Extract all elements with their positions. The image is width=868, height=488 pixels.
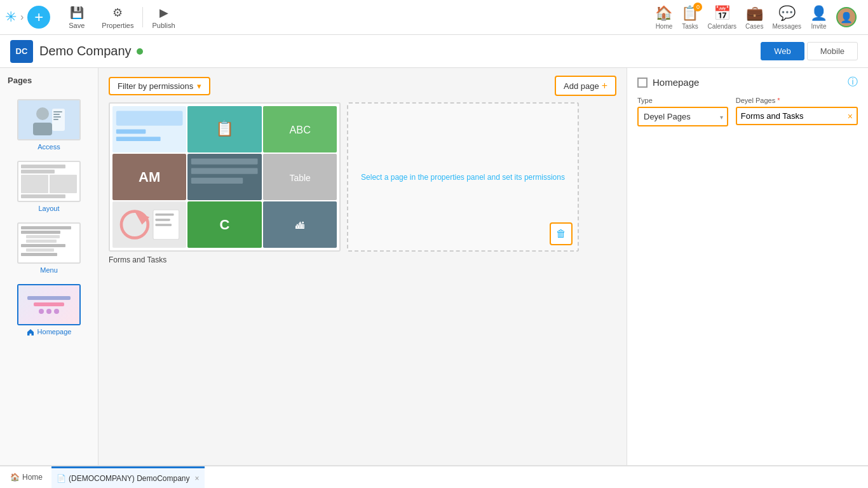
ft-cell: 📋 [187,106,261,152]
avatar[interactable]: 👤 [836,7,857,27]
mobile-view-button[interactable]: Mobile [807,42,858,60]
svg-rect-6 [53,116,61,118]
svg-rect-27 [155,224,172,226]
svg-text:📋: 📋 [215,119,234,137]
ft-cell: AM [112,154,186,200]
ft-cell [112,106,186,152]
layout-label: Layout [38,205,59,212]
tasks-badge: 0 [693,3,702,11]
hp-dot [39,309,59,314]
home-label: Home [22,473,43,482]
type-label: Type [637,97,728,104]
invite-label: Invite [811,23,827,30]
nav-item-messages[interactable]: 💬 Messages [772,5,801,30]
svg-rect-2 [33,123,52,135]
svg-rect-19 [191,178,243,184]
info-icon[interactable]: ⓘ [848,76,858,89]
save-icon: 💾 [70,6,84,20]
forms-tasks-thumb[interactable]: 📋 ABC AM [109,102,341,252]
company-name: Demo Company [39,44,132,58]
menu-indent [26,240,57,243]
page-card-forms-tasks: 📋 ABC AM [109,102,341,266]
sidebar-item-menu[interactable]: Menu [5,222,93,274]
sidebar-item-homepage[interactable]: Homepage [5,284,93,336]
nav-item-tasks[interactable]: 📋 0 Tasks [681,5,698,30]
nav-chevron-icon[interactable]: › [20,11,24,23]
hp-dot-item [39,309,44,314]
home-icon: 🏠 [10,473,20,482]
ft-cell [112,201,186,248]
filter-label: Filter by permissions [118,81,193,91]
delete-button[interactable]: 🗑 [550,222,573,245]
properties-icon: ⚙ [112,6,123,20]
messages-icon: 💬 [778,5,796,22]
svg-text:🏙: 🏙 [295,220,304,231]
layout-col [21,175,48,193]
save-button[interactable]: 💾 Save [59,3,94,32]
menu-sketch [18,224,79,262]
deyel-pages-input[interactable] [741,108,848,124]
calendars-icon: 📅 [714,5,731,22]
tab-close-icon[interactable]: × [195,474,200,483]
nav-item-calendars[interactable]: 📅 Calendars [707,5,736,30]
sidebar-item-access[interactable]: Access [5,99,93,151]
messages-label: Messages [772,23,801,30]
svg-rect-11 [116,137,161,141]
bottom-tab-democompany[interactable]: 📄 (DEMOCOMPANY) DemoCompany × [51,466,205,488]
invite-icon: 👤 [810,5,827,22]
menu-indent [26,248,54,252]
hp-bar [27,296,70,300]
svg-rect-9 [116,111,183,125]
ft-cell: Table [263,154,337,200]
hp-dot-item [54,309,59,314]
type-select[interactable]: Deyel Pages [639,108,727,125]
panel-title: Homepage [653,77,699,88]
main-area: Pages Access [0,68,868,465]
access-image [18,100,79,139]
svg-text:Table: Table [289,173,311,183]
delete-icon: 🗑 [556,228,566,240]
online-dot [137,48,143,55]
add-button[interactable]: + [27,6,50,29]
svg-point-1 [36,107,49,120]
publish-label: Publish [152,22,175,29]
logo-icon[interactable]: ✳ [5,9,17,25]
deyel-pages-input-wrap: × [736,107,858,125]
publish-button[interactable]: ▶ Publish [144,3,182,32]
svg-rect-5 [53,114,60,115]
svg-rect-10 [116,130,146,134]
svg-rect-26 [155,219,170,220]
cases-icon: 💼 [746,5,763,22]
svg-rect-17 [191,158,258,164]
access-thumb [17,99,81,140]
cases-label: Cases [745,23,763,30]
menu-line [21,226,71,229]
svg-rect-18 [191,168,258,174]
web-view-button[interactable]: Web [761,42,804,60]
layout-block [21,175,77,193]
home-label: Home [656,23,673,30]
calendars-label: Calendars [707,23,736,30]
layout-line [21,170,55,173]
header-bar: DC Demo Company Web Mobile [0,35,868,68]
bottom-home-item[interactable]: 🏠 Home [5,473,48,482]
properties-button[interactable]: ⚙ Properties [94,3,141,32]
sidebar-item-layout[interactable]: Layout [5,161,93,212]
clear-icon[interactable]: × [848,111,853,121]
filter-permissions-button[interactable]: Filter by permissions ▾ [109,77,210,95]
page-card-empty[interactable]: Select a page in the properties panel an… [347,102,579,252]
nav-item-invite[interactable]: 👤 Invite [810,5,827,30]
top-nav: ✳ › + 💾 Save ⚙ Properties ▶ Publish 🏠 Ho… [0,0,868,35]
nav-item-cases[interactable]: 💼 Cases [745,5,763,30]
tasks-label: Tasks [682,23,698,30]
ft-cell [187,154,261,200]
homepage-checkbox[interactable] [637,78,648,88]
homepage-sketch [18,285,79,324]
tasks-badge-wrap: 📋 0 [681,5,698,22]
nav-item-home[interactable]: 🏠 Home [655,5,672,30]
add-page-button[interactable]: Add page + [555,76,616,96]
view-toggle: Web Mobile [761,42,858,60]
forms-thumb-grid: 📋 ABC AM [110,104,339,250]
svg-rect-25 [155,214,173,215]
form-row: Type Deyel Pages ▾ Deyel Pages * × [637,97,858,126]
